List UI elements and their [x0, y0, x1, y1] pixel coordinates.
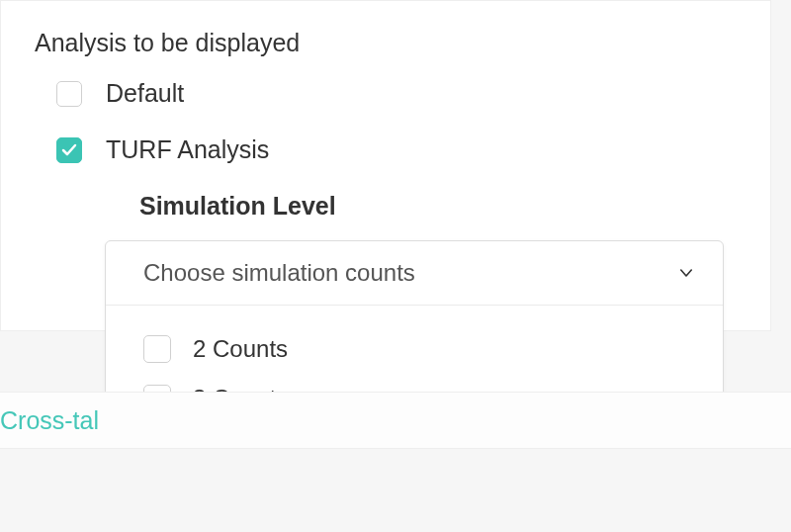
dropdown-option-2counts[interactable]: 2 Counts	[143, 335, 695, 363]
simulation-level-row: Simulation Level	[35, 192, 737, 221]
simulation-level-label: Simulation Level	[139, 192, 336, 220]
checkbox-turf[interactable]	[56, 137, 82, 163]
check-icon	[61, 142, 77, 158]
option-turf-label: TURF Analysis	[106, 135, 269, 164]
tab-crosstab[interactable]: Cross-tal	[0, 406, 99, 435]
section-title: Analysis to be displayed	[35, 29, 737, 57]
option-turf[interactable]: TURF Analysis	[35, 135, 737, 164]
checkbox-2counts[interactable]	[143, 335, 171, 363]
simulation-dropdown-toggle[interactable]: Choose simulation counts	[106, 241, 723, 306]
option-default[interactable]: Default	[35, 79, 737, 108]
chevron-down-icon	[677, 264, 695, 282]
dropdown-option-2counts-label: 2 Counts	[193, 335, 288, 363]
simulation-dropdown-placeholder: Choose simulation counts	[143, 259, 415, 287]
option-default-label: Default	[106, 79, 184, 108]
checkbox-default[interactable]	[56, 81, 82, 107]
tabs-band: Cross-tal	[0, 392, 791, 449]
